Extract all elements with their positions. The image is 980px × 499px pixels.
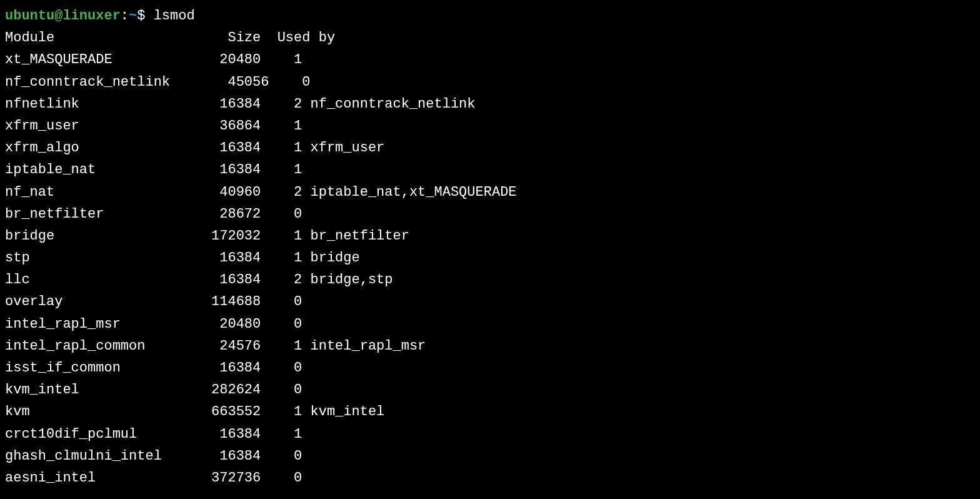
module-row: aesni_intel 372736 0	[5, 467, 975, 489]
module-row: llc 16384 2 bridge,stp	[5, 269, 975, 291]
header-line: Module Size Used by	[5, 27, 975, 49]
module-list: xt_MASQUERADE 20480 1nf_conntrack_netlin…	[5, 49, 975, 489]
module-row: br_netfilter 28672 0	[5, 203, 975, 225]
prompt-host: linuxer	[62, 8, 120, 24]
module-row: nfnetlink 16384 2 nf_conntrack_netlink	[5, 93, 975, 115]
prompt-at: @	[54, 8, 62, 24]
prompt-path: ~	[129, 8, 137, 24]
module-row: nf_conntrack_netlink 45056 0	[5, 71, 975, 93]
module-row: bridge 172032 1 br_netfilter	[5, 225, 975, 247]
module-row: crct10dif_pclmul 16384 1	[5, 423, 975, 445]
prompt-user: ubuntu	[5, 8, 54, 24]
module-row: xt_MASQUERADE 20480 1	[5, 49, 975, 71]
module-row: nf_nat 40960 2 iptable_nat,xt_MASQUERADE	[5, 181, 975, 203]
module-row: stp 16384 1 bridge	[5, 247, 975, 269]
module-row: xfrm_user 36864 1	[5, 115, 975, 137]
module-row: isst_if_common 16384 0	[5, 357, 975, 379]
module-row: ghash_clmulni_intel 16384 0	[5, 445, 975, 467]
module-row: intel_rapl_common 24576 1 intel_rapl_msr	[5, 335, 975, 357]
prompt-colon: :	[121, 8, 129, 24]
module-row: overlay 114688 0	[5, 291, 975, 313]
module-row: iptable_nat 16384 1	[5, 159, 975, 181]
module-row: intel_rapl_msr 20480 0	[5, 313, 975, 335]
prompt-dollar: $	[137, 8, 153, 24]
command-text: lsmod	[154, 8, 195, 24]
module-row: kvm 663552 1 kvm_intel	[5, 401, 975, 423]
module-row: kvm_intel 282624 0	[5, 379, 975, 401]
module-row: xfrm_algo 16384 1 xfrm_user	[5, 137, 975, 159]
terminal-output[interactable]: ubuntu@linuxer:~$ lsmod Module Size Used…	[5, 5, 975, 489]
prompt-line: ubuntu@linuxer:~$ lsmod	[5, 5, 975, 27]
